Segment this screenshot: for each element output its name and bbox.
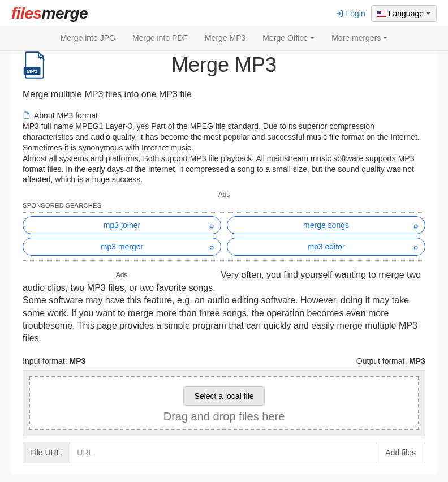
nav-merge-office-label: Merge Office [262, 33, 308, 42]
intro-para-rest: Some software may have this feature, e.g… [23, 294, 425, 345]
sponsor-mp3-editor[interactable]: mp3 editor ⌕ [227, 238, 425, 256]
logo[interactable]: filesmerge [11, 5, 88, 23]
sponsor-label: mp3 merger [101, 242, 143, 251]
search-icon: ⌕ [209, 221, 214, 230]
sponsor-mp3-joiner[interactable]: mp3 joiner ⌕ [23, 216, 221, 234]
sponsor-label: merge songs [303, 221, 349, 230]
select-local-file-button[interactable]: Select a local file [183, 386, 264, 406]
language-button[interactable]: Language [371, 5, 437, 22]
search-icon: ⌕ [413, 221, 418, 230]
dropzone[interactable]: Select a local file Drag and drop files … [23, 370, 425, 436]
nav-merge-mp3[interactable]: Merge MP3 [205, 33, 245, 42]
sponsor-label: mp3 joiner [104, 221, 140, 230]
sponsor-merge-songs[interactable]: merge songs ⌕ [227, 216, 425, 234]
add-files-button[interactable]: Add files [376, 442, 425, 463]
page-title: Merge MP3 [23, 53, 425, 77]
language-label: Language [389, 9, 424, 18]
file-icon [23, 111, 31, 119]
divider [23, 212, 425, 213]
flag-us-icon [377, 11, 386, 17]
sponsor-label: mp3 editor [307, 242, 344, 251]
page-subtitle: Merge multiple MP3 files into one MP3 fi… [23, 89, 425, 100]
ads-label-side: Ads [23, 269, 221, 279]
nav-merge-pdf[interactable]: Merge into PDF [132, 33, 188, 42]
input-format: Input format: MP3 [23, 356, 85, 365]
file-url-label: File URL: [23, 442, 70, 463]
navbar: Merge into JPG Merge into PDF Merge MP3 … [0, 25, 448, 51]
sponsor-mp3-merger[interactable]: mp3 merger ⌕ [23, 238, 221, 256]
login-label: Login [346, 9, 365, 18]
nav-merge-office[interactable]: Merge Office [262, 33, 315, 42]
about-heading: About MP3 format [34, 111, 98, 120]
login-link[interactable]: Login [335, 9, 365, 18]
ads-label-top: Ads [23, 191, 425, 199]
file-url-input[interactable] [70, 442, 376, 463]
chevron-down-icon [383, 37, 387, 39]
divider [23, 260, 425, 261]
about-paragraph-2: Almost all systems and platforms, Both s… [23, 153, 425, 186]
nav-more-mergers-label: More mergers [331, 33, 381, 42]
chevron-down-icon [426, 12, 430, 15]
about-paragraph-1: MP3 full name MPEG1 Layer-3, yes Part of… [23, 121, 425, 153]
sponsored-searches-label: SPONSORED SEARCHES [23, 202, 425, 209]
chevron-down-icon [310, 37, 315, 39]
nav-merge-jpg[interactable]: Merge into JPG [61, 33, 115, 42]
logo-part2: merge [42, 5, 88, 22]
login-icon [335, 10, 343, 18]
logo-part1: files [11, 5, 42, 22]
output-format: Output format: MP3 [356, 356, 425, 365]
nav-more-mergers[interactable]: More mergers [331, 33, 387, 42]
drag-drop-text: Drag and drop files here [30, 410, 418, 423]
search-icon: ⌕ [413, 242, 418, 251]
search-icon: ⌕ [209, 242, 214, 251]
